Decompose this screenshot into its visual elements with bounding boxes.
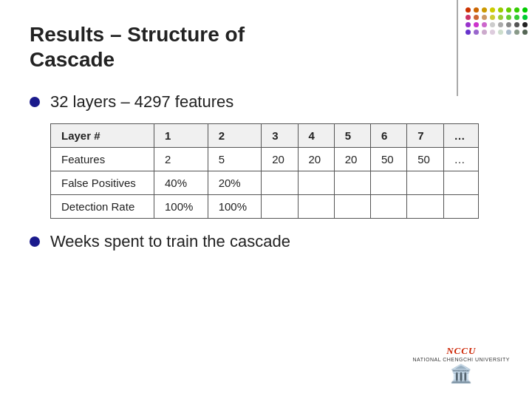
table-header-cell: 2 bbox=[208, 124, 262, 148]
table-cell bbox=[443, 195, 478, 219]
table-cell: 50 bbox=[407, 148, 443, 171]
table-cell bbox=[334, 171, 370, 195]
table-cell: 50 bbox=[371, 148, 407, 171]
table-cell bbox=[407, 171, 443, 195]
table-cell: 20 bbox=[334, 148, 370, 171]
table-cell: 40% bbox=[154, 171, 208, 195]
title-line1: Results – Structure of bbox=[30, 22, 502, 47]
table-header-cell: 7 bbox=[407, 124, 443, 148]
table-cell bbox=[298, 195, 334, 219]
table-header-cell: 4 bbox=[298, 124, 334, 148]
bullet-text-1: 32 layers – 4297 features bbox=[50, 92, 233, 112]
table-cell: 2 bbox=[154, 148, 208, 171]
bullet-text-2: Weeks spent to train the cascade bbox=[50, 232, 290, 251]
title-line2: Cascade bbox=[30, 47, 502, 72]
table-header-cell: Layer # bbox=[51, 124, 154, 148]
dot-decoration bbox=[466, 7, 525, 74]
bullet-dot-1 bbox=[30, 97, 40, 107]
table-row-label: Features bbox=[51, 148, 154, 171]
vertical-divider bbox=[457, 0, 458, 96]
table-cell bbox=[262, 195, 298, 219]
table-row: False Positives40%20% bbox=[51, 171, 479, 195]
table-cell bbox=[371, 171, 407, 195]
table-cell bbox=[298, 171, 334, 195]
cascade-table: Layer #1234567… Features252020205050…Fal… bbox=[50, 123, 479, 219]
nccu-subtext: NATIONAL CHENGCHI UNIVERSITY bbox=[413, 357, 510, 362]
table-cell: 20% bbox=[208, 171, 262, 195]
table-cell: 20 bbox=[262, 148, 298, 171]
table-cell bbox=[407, 195, 443, 219]
table-cell: 100% bbox=[208, 195, 262, 219]
table-header-cell: 3 bbox=[262, 124, 298, 148]
table-row-label: Detection Rate bbox=[51, 195, 154, 219]
table-cell: … bbox=[443, 148, 478, 171]
table-row: Features252020205050… bbox=[51, 148, 479, 171]
table-row: Detection Rate100%100% bbox=[51, 195, 479, 219]
nccu-logo: NCCU NATIONAL CHENGCHI UNIVERSITY 🏛️ bbox=[413, 345, 510, 384]
nccu-building-icon: 🏛️ bbox=[450, 364, 472, 384]
table-header-cell: 5 bbox=[334, 124, 370, 148]
table-cell: 20 bbox=[298, 148, 334, 171]
table-cell bbox=[262, 171, 298, 195]
table-header-cell: 6 bbox=[371, 124, 407, 148]
table-cell: 5 bbox=[208, 148, 262, 171]
table-cell bbox=[334, 195, 370, 219]
table-row-label: False Positives bbox=[51, 171, 154, 195]
table-cell bbox=[443, 171, 478, 195]
nccu-name: NCCU bbox=[446, 345, 476, 357]
table-header-cell: 1 bbox=[154, 124, 208, 148]
table-header-cell: … bbox=[443, 124, 478, 148]
bullet-dot-2 bbox=[30, 236, 40, 247]
bullet-item-1: 32 layers – 4297 features bbox=[30, 92, 502, 112]
table-cell bbox=[371, 195, 407, 219]
slide-title: Results – Structure of Cascade bbox=[30, 22, 502, 72]
table-cell: 100% bbox=[154, 195, 208, 219]
bullet-item-2: Weeks spent to train the cascade bbox=[30, 232, 502, 251]
slide: Results – Structure of Cascade 32 layers… bbox=[0, 0, 532, 399]
